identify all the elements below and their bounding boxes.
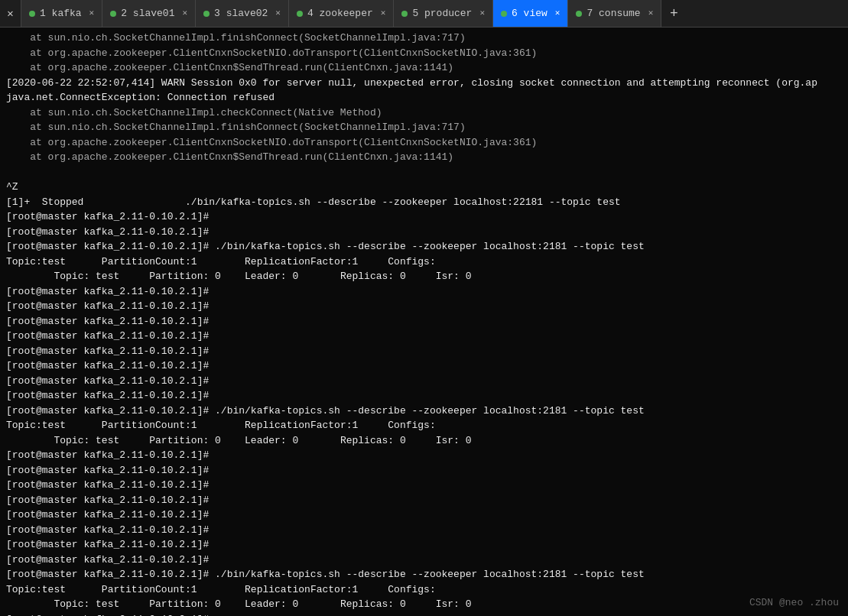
terminal-line: [1]+ Stopped ./bin/kafka-topics.sh --des… (6, 195, 842, 210)
tab-5-close[interactable]: ✕ (479, 9, 485, 18)
tab-6-view[interactable]: 6 view ✕ (493, 0, 568, 28)
terminal-line: Topic: test Partition: 0 Leader: 0 Repli… (6, 433, 842, 449)
close-all-button[interactable]: ✕ (0, 0, 21, 28)
terminal-line: at org.apache.zookeeper.ClientCnxn$SendT… (6, 150, 842, 165)
tab-1-label: 1 kafka (40, 8, 82, 19)
tab-3-slave02[interactable]: 3 slave02 ✕ (196, 0, 289, 28)
tab-4-zookeeper[interactable]: 4 zookeeper ✕ (289, 0, 394, 28)
tab-2-label: 2 slave01 (121, 8, 174, 19)
terminal-line: [root@master kafka_2.11-0.10.2.1]# (6, 314, 842, 329)
terminal-line: at org.apache.zookeeper.ClientCnxnSocket… (6, 135, 842, 151)
terminal-line: Topic:test PartitionCount:1 ReplicationF… (6, 418, 842, 433)
terminal-line: at org.apache.zookeeper.ClientCnxn$SendT… (6, 60, 842, 76)
terminal-line: [root@master kafka_2.11-0.10.2.1]# (6, 493, 842, 508)
terminal-line: [root@master kafka_2.11-0.10.2.1]# (6, 329, 842, 344)
tab-4-dot (297, 11, 303, 17)
tab-6-dot (501, 11, 507, 17)
tab-3-close[interactable]: ✕ (275, 9, 281, 18)
terminal-line: [root@master kafka_2.11-0.10.2.1]# ./bin… (6, 239, 842, 255)
tab-1-dot (29, 11, 35, 17)
terminal-line: at sun.nio.ch.SocketChannelImpl.finishCo… (6, 31, 842, 46)
terminal-line: [root@master kafka_2.11-0.10.2.1]# (6, 478, 842, 493)
tab-5-label: 5 producer (412, 8, 472, 19)
terminal-line: [root@master kafka_2.11-0.10.2.1]# (6, 209, 842, 225)
terminal-line: [root@master kafka_2.11-0.10.2.1]# (6, 523, 842, 538)
terminal-line: [root@master kafka_2.11-0.10.2.1]# (6, 388, 842, 404)
terminal-line: at sun.nio.ch.SocketChannelImpl.finishCo… (6, 120, 842, 135)
tab-3-dot (203, 11, 210, 17)
terminal-line: [root@master kafka_2.11-0.10.2.1]# (6, 374, 842, 389)
tab-7-consume[interactable]: 7 consume ✕ (568, 0, 661, 28)
terminal-line: [root@master kafka_2.11-0.10.2.1]# (6, 284, 842, 300)
terminal-line: Topic: test Partition: 0 Leader: 0 Repli… (6, 269, 842, 284)
terminal-line: [root@master kafka_2.11-0.10.2.1]# ./bin… (6, 404, 842, 419)
tab-7-label: 7 consume (586, 8, 640, 19)
terminal-line (6, 165, 842, 180)
tab-2-close[interactable]: ✕ (182, 9, 187, 18)
tab-3-label: 3 slave02 (214, 8, 268, 19)
terminal-line: Topic:test PartitionCount:1 ReplicationF… (6, 255, 842, 270)
terminal-line: [root@master kafka_2.11-0.10.2.1]# (6, 344, 842, 359)
tab-6-close[interactable]: ✕ (555, 9, 560, 18)
tab-5-producer[interactable]: 5 producer ✕ (394, 0, 493, 28)
terminal-line: [2020-06-22 22:52:07,414] WARN Session 0… (6, 76, 842, 91)
terminal-line: [root@master kafka_2.11-0.10.2.1]# (6, 507, 842, 523)
terminal-line: [root@master kafka_2.11-0.10.2.1]# (6, 358, 842, 374)
terminal[interactable]: at sun.nio.ch.SocketChannelImpl.finishCo… (0, 28, 848, 616)
terminal-line: [root@master kafka_2.11-0.10.2.1]# (6, 299, 842, 314)
tab-2-dot (110, 11, 116, 17)
tab-4-close[interactable]: ✕ (381, 9, 386, 18)
terminal-line: [root@master kafka_2.11-0.10.2.1]# ./bin… (6, 567, 842, 582)
tab-7-close[interactable]: ✕ (648, 9, 654, 18)
terminal-line: at org.apache.zookeeper.ClientCnxnSocket… (6, 46, 842, 61)
tab-5-dot (401, 11, 408, 17)
terminal-line: [root@master kafka_2.11-0.10.2.1]# (6, 448, 842, 463)
terminal-line: [root@master kafka_2.11-0.10.2.1]# (6, 537, 842, 553)
tab-7-dot (576, 11, 582, 17)
tab-1-kafka[interactable]: 1 kafka ✕ (21, 0, 102, 28)
tab-6-label: 6 view (512, 8, 547, 19)
tab-1-close[interactable]: ✕ (89, 9, 95, 18)
terminal-line: [root@master kafka_2.11-0.10.2.1]# (6, 225, 842, 240)
terminal-line: Topic: test Partition: 0 Leader: 0 Repli… (6, 597, 842, 612)
terminal-line: ^Z (6, 180, 842, 195)
terminal-line: [root@master kafka_2.11-0.10.2.1]# (6, 612, 842, 617)
new-tab-button[interactable]: + (661, 0, 686, 28)
terminal-line: [root@master kafka_2.11-0.10.2.1]# (6, 553, 842, 568)
tab-bar: ✕ 1 kafka ✕ 2 slave01 ✕ 3 slave02 ✕ 4 zo… (0, 0, 848, 28)
terminal-line: Topic:test PartitionCount:1 ReplicationF… (6, 582, 842, 598)
tab-2-slave01[interactable]: 2 slave01 ✕ (102, 0, 196, 28)
terminal-line: java.net.ConnectException: Connection re… (6, 90, 842, 105)
terminal-line: at sun.nio.ch.SocketChannelImpl.checkCon… (6, 105, 842, 121)
watermark: CSDN @neo .zhou (749, 597, 839, 608)
terminal-line: [root@master kafka_2.11-0.10.2.1]# (6, 463, 842, 478)
tab-4-label: 4 zookeeper (307, 8, 373, 19)
